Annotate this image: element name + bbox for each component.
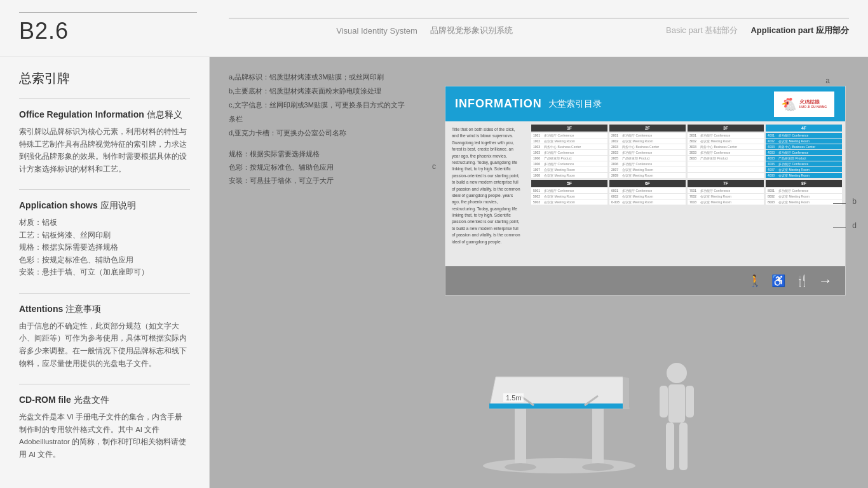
sb-text-col: Title that on both sides of the click, a…: [445, 121, 528, 266]
human-silhouette: [654, 359, 699, 477]
block-body-cd: 光盘文件是本 VI 手册电子文件的集合，内含手册制作时的专用软件格式文件。其中 …: [19, 411, 190, 461]
block-attentions: Attentions 注意事项 由于信息的不确定性，此页部分规范（如文字大小、间…: [19, 304, 190, 370]
desc-rules: 规格：根据实际需要选择规格 色彩：按规定标准色、辅助色应用 安装：可悬挂于墙体，…: [229, 147, 407, 187]
header: B2.6 Visual Identity System 品牌视觉形象识别系统 B…: [0, 0, 868, 57]
page-number: B2.6: [19, 18, 69, 44]
table-row: 1003商务中心 Business Center 2003商务中心 Busine…: [531, 144, 842, 149]
svg-rect-15: [679, 423, 688, 470]
header-center: Visual Identity System 品牌视觉形象识别系统: [229, 18, 620, 36]
label-c: c: [432, 162, 436, 171]
label-b: b: [852, 197, 857, 206]
header-right: Basic part 基础部分 Application part 应用部分: [620, 18, 849, 36]
svg-rect-14: [666, 423, 674, 470]
dining-icon: 🍴: [795, 274, 809, 288]
block-office-regulation: Office Regulation Information 信息释义 索引牌以品…: [19, 109, 190, 175]
table-row: 5001多功能厅 Conference 6001多功能厅 Conference …: [531, 188, 842, 193]
table-row: 1006产品研发部 Product 2005产品研发部 Product 3003…: [531, 156, 842, 161]
right-panel: a,品牌标识：铝质型材烤漆或3M贴膜；或丝网印刷 b,主要底材：铝质型材烤漆表面…: [210, 57, 868, 488]
sb-title-cn: 大堂索引目录: [548, 98, 602, 110]
floor-stand: [451, 358, 667, 475]
signboard-mockup: INFORMATION 大堂索引目录 🐔 火鸡姑娘 HUO JI GU NIAN…: [445, 86, 846, 295]
arrow-icon: →: [818, 273, 832, 289]
sb-content: Title that on both sides of the click, a…: [445, 121, 845, 266]
main-content: 总索引牌 Office Regulation Information 信息释义 …: [0, 57, 868, 488]
desc-area: a,品牌标识：铝质型材烤漆或3M贴膜；或丝网印刷 b,主要底材：铝质型材烤漆表面…: [229, 70, 407, 187]
accessibility-icon: ♿: [771, 274, 785, 288]
sb-top-banner: INFORMATION 大堂索引目录 🐔 火鸡姑娘 HUO JI GU NIAN…: [445, 86, 845, 121]
line-b: [833, 203, 846, 204]
table-row: 1007会议室 Meeting Room 2007会议室 Meeting Roo…: [531, 167, 842, 172]
sb-logo-icon: 🐔: [781, 97, 797, 112]
svg-point-10: [667, 363, 687, 383]
block-body-office: 索引牌以品牌标识为核心元素，利用材料的特性与特殊工艺制作具有品牌视觉特征的索引牌…: [19, 126, 190, 175]
cn-label: 品牌视觉形象识别系统: [430, 25, 513, 36]
block-body-att: 由于信息的不确定性，此页部分规范（如文字大小、间距等）可作为参考使用，具体可根据…: [19, 320, 190, 370]
section-title: 总索引牌: [19, 70, 190, 87]
table-row: 5003会议室 Meeting Room 6-003会议室 Meeting Ro…: [531, 200, 842, 205]
block-heading-cd: CD-ROM file 光盘文件: [19, 395, 190, 406]
label-a: a: [825, 76, 830, 85]
block-application-shows: Application shows 应用说明 材质：铝板 工艺：铝板烤漆、丝网印…: [19, 200, 190, 279]
person-icon: 🚶: [748, 274, 762, 288]
sb-logo-area: 🐔 火鸡姑娘 HUO JI GU NIANG: [772, 90, 836, 118]
table-row: 1006多功能厅 Conference 2006多功能厅 Conference …: [531, 161, 842, 166]
measure-label: 1.5m: [503, 393, 524, 402]
vis-label: Visual Identity System: [336, 26, 417, 36]
sb-grid: 1F 2F 3F 4F 1001多功能厅 Conference 2001多功能厅…: [528, 121, 845, 266]
application-label: Application part 应用部分: [750, 25, 849, 36]
table-row: 1008会议室 Meeting Room 2009会议室 Meeting Roo…: [531, 173, 842, 178]
app-items: 材质：铝板 工艺：铝板烤漆、丝网印刷 规格：根据实际需要选择规格 色彩：按规定标…: [19, 217, 190, 279]
table-row: 1003多功能厅 Conference 2003多功能厅 Conference …: [531, 150, 842, 155]
svg-marker-4: [489, 403, 629, 409]
table-row: 1002会议室 Meeting Room 2002会议室 Meeting Roo…: [531, 139, 842, 144]
line-d: [833, 227, 846, 228]
table-row: 1001多功能厅 Conference 2001多功能厅 Conference …: [531, 133, 842, 138]
sb-icon-bar: 🚶 ♿ 🍴 →: [445, 266, 845, 295]
block-heading-office: Office Regulation Information 信息释义: [19, 109, 190, 121]
basic-label: Basic part 基础部分: [666, 25, 738, 36]
desc-lines: a,品牌标识：铝质型材烤漆或3M贴膜；或丝网印刷 b,主要底材：铝质型材烤漆表面…: [229, 70, 407, 140]
sb-title-en: INFORMATION: [455, 97, 542, 111]
block-heading-att: Attentions 注意事项: [19, 304, 190, 315]
svg-rect-11: [668, 384, 685, 423]
label-d: d: [852, 221, 857, 230]
block-heading-app: Application shows 应用说明: [19, 200, 190, 212]
left-panel: 总索引牌 Office Regulation Information 信息释义 …: [0, 57, 210, 488]
svg-point-9: [582, 463, 614, 471]
svg-marker-5: [623, 377, 629, 409]
block-cdrom: CD-ROM file 光盘文件 光盘文件是本 VI 手册电子文件的集合，内含手…: [19, 395, 190, 461]
sb-logo-box: 🐔 火鸡姑娘 HUO JI GU NIANG: [774, 92, 834, 117]
svg-rect-13: [686, 386, 694, 417]
svg-rect-12: [660, 386, 668, 417]
sb-logo-texts: 火鸡姑娘 HUO JI GU NIANG: [799, 99, 827, 109]
table-row: 5002会议室 Meeting Room 6002会议室 Meeting Roo…: [531, 194, 842, 199]
svg-point-8: [505, 463, 536, 471]
header-left: B2.6: [19, 12, 229, 44]
